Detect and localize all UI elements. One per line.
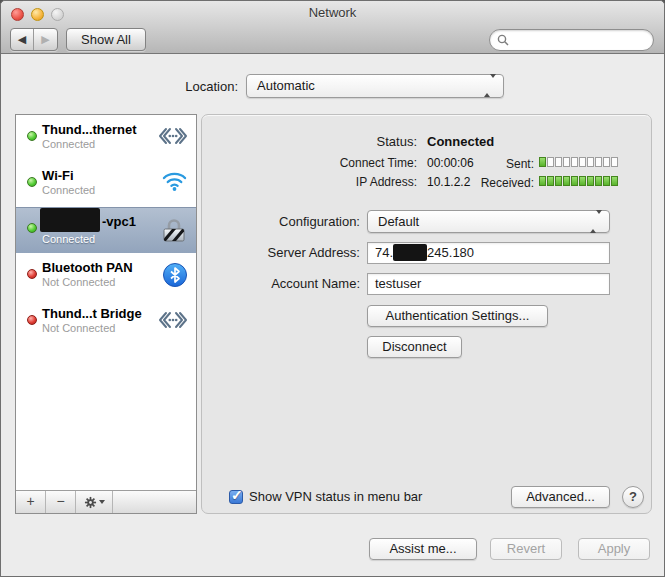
advanced-button[interactable]: Advanced... bbox=[511, 486, 610, 508]
back-button[interactable]: ◀ bbox=[11, 29, 34, 50]
received-meter bbox=[539, 176, 618, 186]
configuration-value: Default bbox=[378, 214, 419, 229]
account-name-label: Account Name: bbox=[202, 276, 360, 291]
configuration-popup[interactable]: Default bbox=[367, 210, 610, 233]
status-value: Connected bbox=[427, 134, 494, 149]
location-value: Automatic bbox=[257, 78, 315, 93]
server-address-prefix: 74. bbox=[375, 245, 393, 260]
search-input[interactable] bbox=[513, 33, 643, 47]
status-dot-red-icon bbox=[27, 315, 37, 325]
bluetooth-icon bbox=[162, 262, 188, 291]
lock-icon bbox=[160, 216, 188, 247]
status-label: Status: bbox=[202, 134, 417, 149]
status-dot-green-icon bbox=[27, 177, 37, 187]
location-label: Location: bbox=[1, 79, 238, 94]
location-popup[interactable]: Automatic bbox=[246, 74, 504, 98]
connect-time-label: Connect Time: bbox=[202, 156, 417, 170]
add-service-button[interactable]: + bbox=[16, 491, 46, 513]
disconnect-button[interactable]: Disconnect bbox=[367, 336, 462, 358]
received-label: Received: bbox=[432, 176, 534, 190]
service-row-thunderbolt-bridge[interactable]: Thund...t Bridge Not Connected bbox=[16, 299, 196, 345]
gear-icon bbox=[84, 496, 97, 509]
thunderbolt-ethernet-icon bbox=[158, 124, 188, 151]
authentication-settings-button[interactable]: Authentication Settings... bbox=[367, 305, 548, 327]
title-bar: Network ◀ ▶ Show All bbox=[1, 1, 664, 54]
server-address-label: Server Address: bbox=[202, 245, 360, 260]
service-row-bluetooth-pan[interactable]: Bluetooth PAN Not Connected bbox=[16, 253, 196, 299]
service-row-wifi[interactable]: Wi-Fi Connected bbox=[16, 161, 196, 207]
remove-service-button[interactable]: − bbox=[46, 491, 76, 513]
chevron-down-icon bbox=[99, 500, 105, 504]
search-field[interactable] bbox=[489, 29, 654, 51]
server-address-field[interactable]: 74.245.180 bbox=[367, 242, 610, 264]
status-dot-green-icon bbox=[27, 131, 37, 141]
show-vpn-status-checkbox[interactable] bbox=[229, 490, 243, 504]
window-title: Network bbox=[1, 5, 664, 20]
sidebar-footer: + − bbox=[16, 490, 196, 513]
connection-detail-panel: Status: Connected Connect Time: 00:00:06… bbox=[201, 114, 652, 514]
account-name-value: testuser bbox=[375, 276, 421, 291]
sent-meter bbox=[539, 157, 618, 167]
show-vpn-status-row: Show VPN status in menu bar bbox=[229, 489, 422, 504]
services-list: Thund...thernet Connected Wi-Fi Connecte… bbox=[16, 115, 196, 490]
redaction-box bbox=[40, 208, 100, 232]
account-name-field[interactable]: testuser bbox=[367, 273, 610, 295]
action-gear-button[interactable] bbox=[76, 491, 113, 513]
help-button[interactable]: ? bbox=[622, 486, 644, 508]
show-vpn-status-label: Show VPN status in menu bar bbox=[249, 489, 422, 504]
redaction-box bbox=[393, 244, 427, 261]
popup-stepper-icon bbox=[484, 75, 496, 97]
network-preferences-window: Network ◀ ▶ Show All Location: Automatic… bbox=[0, 0, 665, 577]
status-dot-red-icon bbox=[27, 269, 37, 279]
service-row-thunderbolt-ethernet[interactable]: Thund...thernet Connected bbox=[16, 115, 196, 161]
apply-button: Apply bbox=[578, 538, 650, 560]
configuration-label: Configuration: bbox=[202, 214, 360, 229]
forward-button[interactable]: ▶ bbox=[34, 29, 57, 50]
sent-label: Sent: bbox=[432, 157, 534, 171]
service-row-vpn-selected[interactable]: -vpc1 Connected bbox=[16, 207, 196, 253]
wifi-icon bbox=[161, 170, 188, 195]
search-icon bbox=[497, 34, 509, 46]
show-all-button[interactable]: Show All bbox=[66, 28, 146, 51]
server-address-suffix: 245.180 bbox=[427, 245, 474, 260]
assist-me-button[interactable]: Assist me... bbox=[369, 538, 477, 560]
status-dot-green-icon bbox=[27, 223, 37, 233]
history-nav: ◀ ▶ bbox=[10, 28, 58, 51]
popup-stepper-icon bbox=[590, 211, 602, 233]
thunderbolt-bridge-icon bbox=[158, 308, 188, 335]
services-sidebar: Thund...thernet Connected Wi-Fi Connecte… bbox=[15, 114, 197, 514]
ip-address-label: IP Address: bbox=[202, 175, 417, 189]
revert-button: Revert bbox=[490, 538, 562, 560]
